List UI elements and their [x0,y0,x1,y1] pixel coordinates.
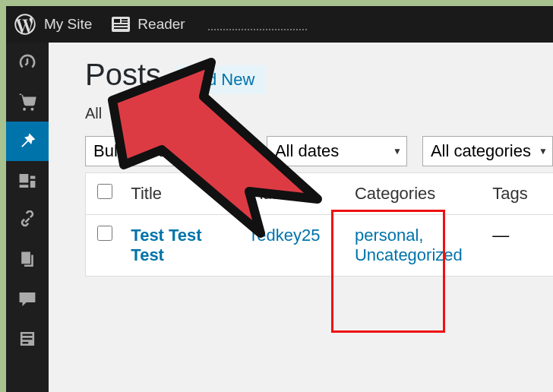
col-header-author[interactable]: Author [244,173,347,215]
categories-filter-label: All categories [431,141,531,160]
table-row: Test Test Test redkey25 personal, Uncate… [86,215,554,277]
reader-link[interactable]: Reader [137,16,185,33]
sidebar-item-pages[interactable] [6,240,49,280]
row-checkbox[interactable] [97,226,112,241]
post-title-link[interactable]: Test Test Test [131,226,201,264]
link-icon [17,210,37,230]
sidebar-item-comments[interactable] [6,280,49,319]
dashboard-icon [17,52,37,72]
pin-icon [17,131,37,151]
svg-rect-5 [114,27,128,29]
content-area: Posts Add New All Bulk Actions ▼ All dat… [49,43,553,392]
comment-icon [17,289,37,309]
posts-table: Title Author Categories Tags Test Test T… [85,172,553,277]
cart-icon [17,92,37,112]
col-header-tags[interactable]: Tags [485,173,553,215]
sidebar-item-links[interactable] [6,201,49,240]
dotted-divider [208,29,307,30]
bulk-actions-label: Bulk Actions [93,141,185,160]
svg-rect-2 [122,19,128,21]
page-title: Posts [85,58,161,92]
status-all[interactable]: All [85,105,102,122]
select-all-checkbox[interactable] [97,184,112,199]
col-header-title[interactable]: Title [123,173,244,215]
chevron-down-icon: ▼ [393,146,402,156]
post-categories-link[interactable]: personal, Uncategorized [355,226,463,264]
chevron-down-icon: ▼ [539,146,548,156]
media-icon [17,171,37,191]
post-author-link[interactable]: redkey25 [251,226,321,245]
admin-sidebar [6,43,49,392]
bulk-actions-select[interactable]: Bulk Actions ▼ [85,136,207,166]
sidebar-item-media[interactable] [6,161,49,201]
svg-rect-4 [114,24,128,26]
sidebar-item-dashboard[interactable] [6,43,49,82]
my-site-link[interactable]: My Site [44,16,92,33]
add-new-button[interactable]: Add New [176,65,265,94]
wordpress-logo-icon[interactable] [14,13,36,36]
post-tags-cell: — [485,215,553,277]
dates-select[interactable]: All dates ▼ [267,136,407,166]
status-filter-row: All [85,105,553,122]
chevron-down-icon: ▼ [192,146,201,156]
sidebar-item-posts[interactable] [6,122,49,161]
svg-rect-1 [114,19,120,23]
sidebar-item-store[interactable] [6,82,49,122]
pages-icon [17,250,37,270]
admin-top-bar: My Site Reader [6,6,553,43]
col-header-categories[interactable]: Categories [347,173,485,215]
svg-rect-3 [122,21,128,23]
form-icon [17,329,37,349]
dates-label: All dates [275,141,339,160]
reader-icon [112,17,130,32]
sidebar-item-feedback[interactable] [6,319,49,359]
categories-select[interactable]: All categories ▼ [422,136,553,166]
